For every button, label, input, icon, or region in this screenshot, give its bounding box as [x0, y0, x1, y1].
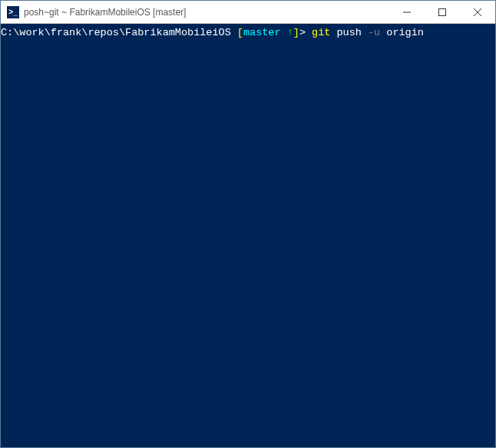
- minimize-button[interactable]: [389, 1, 425, 23]
- window-controls: [389, 1, 495, 23]
- minimize-icon: [403, 8, 411, 16]
- prompt-line: C:\work\frank\repos\FabrikamMobileiOS [m…: [1, 27, 495, 39]
- prompt-path: C:\work\frank\repos\FabrikamMobileiOS: [1, 27, 231, 38]
- branch-ahead-icon: ↑: [287, 27, 293, 38]
- window-title: posh~git ~ FabrikamMobileiOS [master]: [24, 7, 389, 18]
- command-origin: origin: [380, 27, 424, 38]
- branch-bracket-open: [: [231, 27, 243, 38]
- branch-bracket-close: ]: [293, 27, 299, 38]
- branch-name: master: [243, 27, 287, 38]
- maximize-button[interactable]: [425, 1, 460, 23]
- powershell-icon-glyph: >_: [8, 8, 17, 16]
- powershell-icon: >_: [7, 6, 19, 18]
- terminal-area[interactable]: C:\work\frank\repos\FabrikamMobileiOS [m…: [1, 24, 495, 447]
- command-flag: -u: [368, 27, 380, 38]
- maximize-icon: [438, 8, 446, 16]
- command-git: git: [312, 27, 330, 38]
- powershell-window: >_ posh~git ~ FabrikamMobileiOS [master]: [0, 0, 496, 448]
- close-icon: [474, 8, 481, 16]
- close-button[interactable]: [460, 1, 495, 23]
- svg-rect-1: [439, 8, 446, 15]
- title-bar[interactable]: >_ posh~git ~ FabrikamMobileiOS [master]: [1, 1, 495, 24]
- command-push: push: [330, 27, 368, 38]
- prompt-symbol: >: [299, 27, 312, 38]
